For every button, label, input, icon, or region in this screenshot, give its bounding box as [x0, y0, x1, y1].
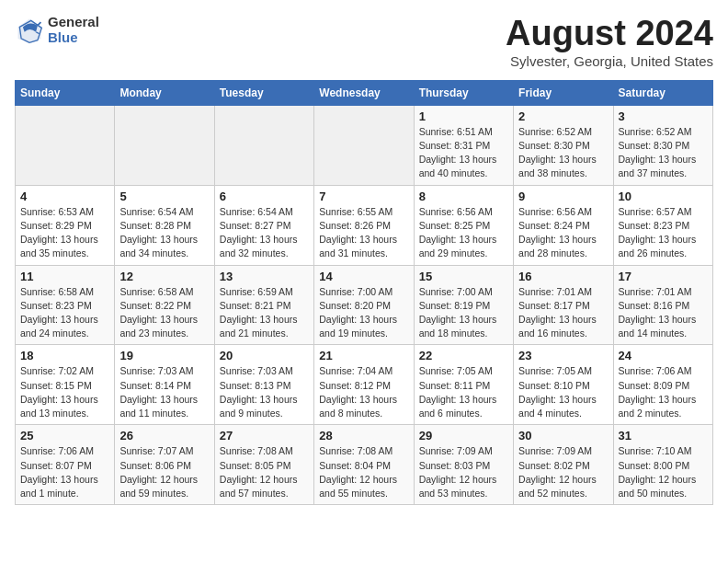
day-header-monday: Monday: [115, 80, 214, 105]
day-header-saturday: Saturday: [613, 80, 712, 105]
day-info: Sunrise: 7:03 AM Sunset: 8:14 PM Dayligh…: [119, 364, 209, 420]
day-header-tuesday: Tuesday: [214, 80, 313, 105]
day-cell: 2Sunrise: 6:52 AM Sunset: 8:30 PM Daylig…: [514, 105, 613, 185]
day-info: Sunrise: 7:01 AM Sunset: 8:16 PM Dayligh…: [619, 285, 708, 341]
day-cell: 30Sunrise: 7:09 AM Sunset: 8:02 PM Dayli…: [514, 425, 613, 505]
day-number: 12: [119, 270, 209, 283]
day-info: Sunrise: 7:00 AM Sunset: 8:20 PM Dayligh…: [319, 285, 408, 341]
day-info: Sunrise: 7:06 AM Sunset: 8:09 PM Dayligh…: [619, 364, 708, 420]
day-info: Sunrise: 6:54 AM Sunset: 8:27 PM Dayligh…: [220, 205, 309, 261]
day-info: Sunrise: 6:54 AM Sunset: 8:28 PM Dayligh…: [119, 205, 209, 261]
day-header-wednesday: Wednesday: [314, 80, 414, 105]
day-number: 18: [20, 349, 109, 362]
day-header-friday: Friday: [514, 80, 613, 105]
day-number: 4: [20, 190, 109, 203]
day-cell: 29Sunrise: 7:09 AM Sunset: 8:03 PM Dayli…: [414, 425, 513, 505]
day-number: 29: [419, 429, 508, 442]
day-number: 9: [518, 190, 608, 203]
day-cell: 12Sunrise: 6:58 AM Sunset: 8:22 PM Dayli…: [115, 265, 214, 345]
day-number: 19: [119, 349, 209, 362]
day-cell: 23Sunrise: 7:05 AM Sunset: 8:10 PM Dayli…: [514, 345, 613, 425]
day-header-sunday: Sunday: [16, 80, 115, 105]
day-number: 13: [220, 270, 309, 283]
day-cell: [314, 105, 414, 185]
day-number: 2: [518, 109, 608, 123]
day-number: 3: [619, 109, 708, 123]
logo-blue-text: Blue: [48, 30, 99, 46]
day-info: Sunrise: 7:04 AM Sunset: 8:12 PM Dayligh…: [319, 364, 408, 420]
logo-general-text: General: [48, 15, 99, 30]
week-row-3: 11Sunrise: 6:58 AM Sunset: 8:23 PM Dayli…: [16, 265, 713, 345]
day-cell: [214, 105, 313, 185]
logo: General Blue: [15, 15, 99, 45]
day-cell: 9Sunrise: 6:56 AM Sunset: 8:24 PM Daylig…: [514, 185, 613, 265]
day-cell: 24Sunrise: 7:06 AM Sunset: 8:09 PM Dayli…: [613, 345, 712, 425]
header: General Blue August 2024 Sylvester, Geor…: [15, 15, 713, 69]
title-area: August 2024 Sylvester, Georgia, United S…: [506, 15, 713, 69]
day-info: Sunrise: 7:06 AM Sunset: 8:07 PM Dayligh…: [20, 444, 109, 500]
day-number: 27: [220, 429, 309, 442]
day-cell: 21Sunrise: 7:04 AM Sunset: 8:12 PM Dayli…: [314, 345, 414, 425]
day-number: 26: [119, 429, 209, 442]
week-row-5: 25Sunrise: 7:06 AM Sunset: 8:07 PM Dayli…: [16, 425, 713, 505]
subtitle: Sylvester, Georgia, United States: [506, 53, 713, 69]
day-cell: 27Sunrise: 7:08 AM Sunset: 8:05 PM Dayli…: [214, 425, 313, 505]
main-title: August 2024: [506, 15, 713, 53]
day-cell: 28Sunrise: 7:08 AM Sunset: 8:04 PM Dayli…: [314, 425, 414, 505]
week-row-4: 18Sunrise: 7:02 AM Sunset: 8:15 PM Dayli…: [16, 345, 713, 425]
day-cell: 17Sunrise: 7:01 AM Sunset: 8:16 PM Dayli…: [613, 265, 712, 345]
day-info: Sunrise: 7:02 AM Sunset: 8:15 PM Dayligh…: [20, 364, 109, 420]
day-number: 11: [20, 270, 109, 283]
day-number: 5: [119, 190, 209, 203]
day-number: 25: [20, 429, 109, 442]
day-number: 21: [319, 349, 408, 362]
day-cell: 31Sunrise: 7:10 AM Sunset: 8:00 PM Dayli…: [613, 425, 712, 505]
day-cell: 5Sunrise: 6:54 AM Sunset: 8:28 PM Daylig…: [115, 185, 214, 265]
day-number: 30: [518, 429, 608, 442]
day-info: Sunrise: 7:09 AM Sunset: 8:03 PM Dayligh…: [419, 444, 508, 500]
day-number: 7: [319, 190, 408, 203]
logo-icon: [15, 16, 44, 45]
day-info: Sunrise: 7:05 AM Sunset: 8:11 PM Dayligh…: [419, 364, 508, 420]
day-info: Sunrise: 7:07 AM Sunset: 8:06 PM Dayligh…: [119, 444, 209, 500]
day-cell: 25Sunrise: 7:06 AM Sunset: 8:07 PM Dayli…: [16, 425, 115, 505]
day-cell: 11Sunrise: 6:58 AM Sunset: 8:23 PM Dayli…: [16, 265, 115, 345]
day-cell: 15Sunrise: 7:00 AM Sunset: 8:19 PM Dayli…: [414, 265, 513, 345]
day-info: Sunrise: 6:52 AM Sunset: 8:30 PM Dayligh…: [518, 125, 608, 181]
day-number: 15: [419, 270, 508, 283]
day-cell: 6Sunrise: 6:54 AM Sunset: 8:27 PM Daylig…: [214, 185, 313, 265]
day-info: Sunrise: 7:00 AM Sunset: 8:19 PM Dayligh…: [419, 285, 508, 341]
day-cell: 22Sunrise: 7:05 AM Sunset: 8:11 PM Dayli…: [414, 345, 513, 425]
day-info: Sunrise: 7:10 AM Sunset: 8:00 PM Dayligh…: [619, 444, 708, 500]
day-info: Sunrise: 7:08 AM Sunset: 8:05 PM Dayligh…: [220, 444, 309, 500]
day-number: 28: [319, 429, 408, 442]
day-cell: 7Sunrise: 6:55 AM Sunset: 8:26 PM Daylig…: [314, 185, 414, 265]
day-info: Sunrise: 7:09 AM Sunset: 8:02 PM Dayligh…: [518, 444, 608, 500]
day-info: Sunrise: 6:51 AM Sunset: 8:31 PM Dayligh…: [419, 125, 508, 181]
day-number: 17: [619, 270, 708, 283]
day-cell: 26Sunrise: 7:07 AM Sunset: 8:06 PM Dayli…: [115, 425, 214, 505]
day-cell: 8Sunrise: 6:56 AM Sunset: 8:25 PM Daylig…: [414, 185, 513, 265]
calendar-table: SundayMondayTuesdayWednesdayThursdayFrid…: [15, 80, 713, 505]
day-info: Sunrise: 7:05 AM Sunset: 8:10 PM Dayligh…: [518, 364, 608, 420]
day-cell: 3Sunrise: 6:52 AM Sunset: 8:30 PM Daylig…: [613, 105, 712, 185]
day-cell: 20Sunrise: 7:03 AM Sunset: 8:13 PM Dayli…: [214, 345, 313, 425]
day-number: 20: [220, 349, 309, 362]
day-info: Sunrise: 6:57 AM Sunset: 8:23 PM Dayligh…: [619, 205, 708, 261]
day-info: Sunrise: 6:52 AM Sunset: 8:30 PM Dayligh…: [619, 125, 708, 181]
day-info: Sunrise: 7:08 AM Sunset: 8:04 PM Dayligh…: [319, 444, 408, 500]
day-cell: 4Sunrise: 6:53 AM Sunset: 8:29 PM Daylig…: [16, 185, 115, 265]
day-number: 31: [619, 429, 708, 442]
day-cell: 18Sunrise: 7:02 AM Sunset: 8:15 PM Dayli…: [16, 345, 115, 425]
day-cell: 19Sunrise: 7:03 AM Sunset: 8:14 PM Dayli…: [115, 345, 214, 425]
day-cell: [16, 105, 115, 185]
day-number: 22: [419, 349, 508, 362]
header-row: SundayMondayTuesdayWednesdayThursdayFrid…: [16, 80, 713, 105]
day-cell: [115, 105, 214, 185]
day-cell: 10Sunrise: 6:57 AM Sunset: 8:23 PM Dayli…: [613, 185, 712, 265]
day-info: Sunrise: 6:58 AM Sunset: 8:23 PM Dayligh…: [20, 285, 109, 341]
day-cell: 13Sunrise: 6:59 AM Sunset: 8:21 PM Dayli…: [214, 265, 313, 345]
week-row-1: 1Sunrise: 6:51 AM Sunset: 8:31 PM Daylig…: [16, 105, 713, 185]
day-info: Sunrise: 7:03 AM Sunset: 8:13 PM Dayligh…: [220, 364, 309, 420]
week-row-2: 4Sunrise: 6:53 AM Sunset: 8:29 PM Daylig…: [16, 185, 713, 265]
